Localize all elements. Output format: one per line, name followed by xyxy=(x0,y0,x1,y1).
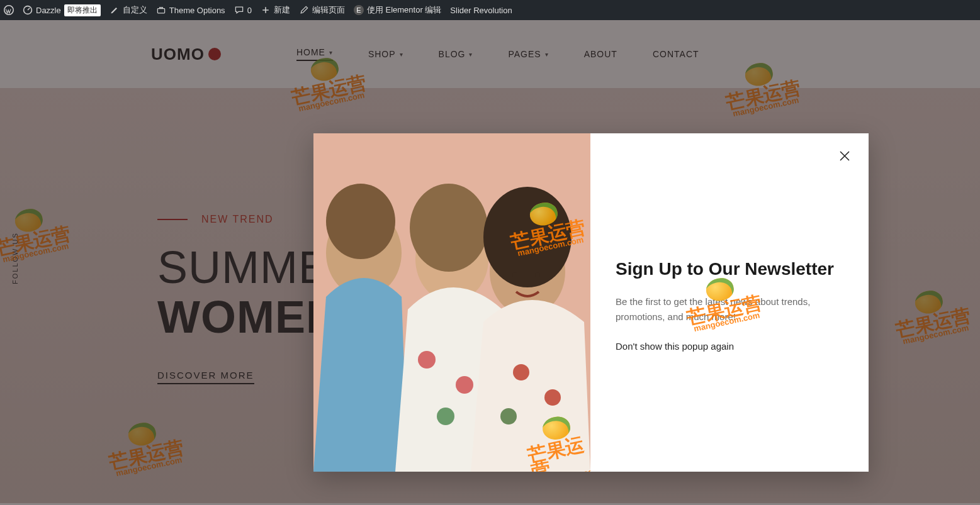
svg-point-14 xyxy=(500,408,517,425)
customize-label: 自定义 xyxy=(123,4,147,16)
svg-point-0 xyxy=(4,6,13,14)
comments-link[interactable]: 0 xyxy=(234,5,252,15)
theme-options-link[interactable]: Theme Options xyxy=(156,5,225,15)
newsletter-modal: 芒果运营 mangoecom.com 芒果运营 mangoecom.com Si… xyxy=(313,133,869,472)
wp-logo[interactable] xyxy=(4,5,14,15)
new-content-link[interactable]: 新建 xyxy=(261,4,290,16)
theme-options-label: Theme Options xyxy=(169,6,225,15)
dont-show-again-link[interactable]: Don't show this popup again xyxy=(616,341,843,352)
svg-point-12 xyxy=(513,364,529,380)
svg-point-15 xyxy=(483,187,572,287)
elementor-link[interactable]: E 使用 Elementor 编辑 xyxy=(354,4,441,16)
dashboard-icon xyxy=(23,5,33,15)
elementor-label: 使用 Elementor 编辑 xyxy=(367,4,441,16)
new-label: 新建 xyxy=(274,4,290,16)
svg-point-10 xyxy=(410,184,488,272)
customize-link[interactable]: 自定义 xyxy=(110,4,147,16)
svg-rect-2 xyxy=(157,9,164,13)
briefcase-icon xyxy=(156,5,166,15)
modal-close-button[interactable] xyxy=(837,148,852,164)
edit-page-label: 编辑页面 xyxy=(312,4,345,16)
modal-body-text: Be the first to get the latest news abou… xyxy=(616,294,842,325)
edit-page-link[interactable]: 编辑页面 xyxy=(299,4,345,16)
site-name: Dazzle xyxy=(36,6,61,15)
svg-point-17 xyxy=(535,272,540,277)
page-body: UOMO HOME ▾ SHOP ▾ BLOG ▾ PAGES ▾ ABOUT xyxy=(0,20,980,505)
coming-soon-badge: 即将推出 xyxy=(64,4,101,16)
site-name-link[interactable]: Dazzle 即将推出 xyxy=(23,4,101,16)
close-icon xyxy=(837,148,852,164)
slider-revolution-label: Slider Revolution xyxy=(450,6,512,15)
comments-count: 0 xyxy=(247,6,252,15)
pencil-icon xyxy=(299,5,309,15)
wp-admin-bar: Dazzle 即将推出 自定义 Theme Options 0 新建 编辑页面 … xyxy=(0,0,980,20)
plus-icon xyxy=(261,5,271,15)
svg-point-9 xyxy=(437,408,454,425)
modal-title: Sign Up to Our Newsletter xyxy=(616,259,843,279)
women-photo-placeholder xyxy=(313,133,590,472)
svg-point-8 xyxy=(456,376,473,394)
wordpress-icon xyxy=(4,5,14,15)
comment-icon xyxy=(234,5,244,15)
slider-revolution-link[interactable]: Slider Revolution xyxy=(450,6,512,15)
elementor-icon: E xyxy=(354,5,364,15)
modal-image: 芒果运营 mangoecom.com 芒果运营 mangoecom.com xyxy=(313,133,590,472)
brush-icon xyxy=(110,5,120,15)
svg-point-13 xyxy=(544,389,561,406)
svg-point-7 xyxy=(418,351,436,369)
svg-point-5 xyxy=(326,184,395,259)
modal-content: Sign Up to Our Newsletter Be the first t… xyxy=(590,133,869,472)
svg-point-16 xyxy=(512,272,517,277)
